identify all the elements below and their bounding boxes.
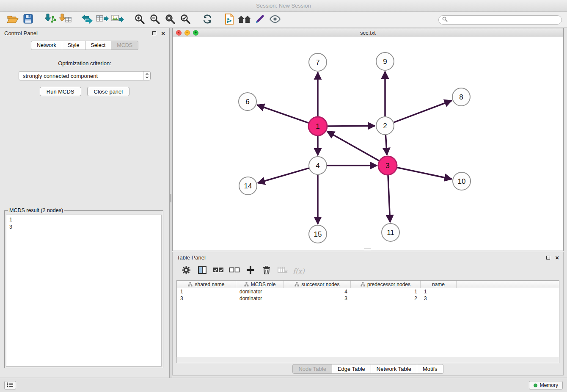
minimize-window-icon[interactable]: − [184,30,190,36]
table-horizontal-scrollbar[interactable] [176,357,559,363]
close-panel-button[interactable]: Close panel [87,87,130,96]
tab-style[interactable]: Style [62,41,85,50]
graph-edge-1-2[interactable] [328,126,375,126]
import-network-button[interactable] [42,13,58,27]
zoom-out-button[interactable] [147,13,162,27]
task-history-button[interactable] [4,381,16,389]
network-graph[interactable]: 1234678910111415 [173,37,563,251]
open-session-button[interactable] [5,13,20,27]
cell-name[interactable]: 3 [421,295,457,302]
import-table-button[interactable] [58,13,73,27]
tab-mcds[interactable]: MCDS [111,41,138,50]
close-table-panel-icon[interactable]: × [555,254,559,261]
float-table-panel-icon[interactable] [546,256,550,259]
column-header-name[interactable]: name [421,281,457,288]
add-column-button[interactable] [244,265,257,277]
maximize-window-icon[interactable]: + [193,30,198,36]
graph-edge-1-6[interactable] [257,105,309,123]
close-window-icon[interactable]: × [176,30,182,36]
tab-node-table[interactable]: Node Table [292,364,332,374]
graph-edge-3-1[interactable] [327,131,379,160]
cell-successor-nodes[interactable]: 4 [284,288,351,295]
column-label: predecessor nodes [367,282,410,287]
graph-node-15[interactable]: 15 [309,225,327,243]
graph-node-3[interactable]: 3 [378,156,397,175]
style-brush-button[interactable] [252,13,267,27]
export-network-button[interactable] [80,13,95,27]
table-panel: Table Panel × f(x) shared name MCDS role… [172,252,564,375]
graph-edge-4-14[interactable] [258,168,309,183]
cell-mcds-role[interactable]: dominator [236,288,284,295]
zoom-fit-button[interactable] [162,13,178,27]
graph-node-6[interactable]: 6 [239,93,256,110]
delete-column-button[interactable] [276,265,289,277]
run-mcds-button[interactable]: Run MCDS [40,87,81,96]
graph-node-2[interactable]: 2 [376,117,394,135]
graph-node-8[interactable]: 8 [452,88,470,106]
memory-button[interactable]: Memory [529,381,563,389]
cell-predecessor-nodes[interactable]: 1 [351,288,421,295]
splitter-handle[interactable] [170,194,171,202]
zoom-in-button[interactable] [132,13,147,27]
table-settings-button[interactable] [179,265,193,277]
graph-node-14[interactable]: 14 [239,177,257,195]
search-input[interactable] [450,17,558,23]
graph-node-11[interactable]: 11 [382,224,399,241]
node-table[interactable]: shared name MCDS role successor nodes pr… [176,280,559,357]
save-session-button[interactable] [20,13,36,27]
graph-edge-3-11[interactable] [388,175,390,222]
tab-motifs[interactable]: Motifs [417,364,443,374]
cell-mcds-role[interactable]: dominator [236,295,284,302]
show-hide-button[interactable] [267,13,283,27]
tab-select[interactable]: Select [85,41,112,50]
graph-node-10[interactable]: 10 [453,172,471,190]
column-header-successor-nodes[interactable]: successor nodes [284,281,351,288]
mcds-result-list[interactable]: 1 3 [6,215,162,367]
close-panel-icon[interactable]: × [161,30,165,36]
column-label: name [432,282,445,287]
show-columns-button[interactable] [195,265,209,277]
column-header-mcds-role[interactable]: MCDS role [236,281,284,288]
tab-network-table[interactable]: Network Table [371,364,417,374]
table-row[interactable]: 3 dominator 3 2 3 [177,295,559,302]
function-builder-button[interactable]: f(x) [292,265,306,277]
float-panel-icon[interactable] [152,31,156,35]
graph-node-7[interactable]: 7 [309,53,327,71]
first-neighbors-button[interactable] [237,13,252,27]
export-table-button[interactable] [95,13,110,27]
tab-network[interactable]: Network [31,41,62,50]
graph-node-label: 1 [316,122,319,130]
tab-edge-table[interactable]: Edge Table [332,364,371,374]
network-window-titlebar[interactable]: × − + scc.txt [173,28,563,37]
network-canvas[interactable]: 1234678910111415 [173,37,563,251]
window-titlebar[interactable]: Session: New Session [0,0,567,12]
graph-edge-3-10[interactable] [397,168,452,179]
search-icon [442,16,448,24]
refresh-button[interactable] [200,13,215,27]
graph-edge-2-3[interactable] [385,135,387,155]
cell-shared-name[interactable]: 3 [177,295,236,302]
graph-node-4[interactable]: 4 [309,157,327,174]
column-header-shared-name[interactable]: shared name [177,281,236,288]
cell-name[interactable]: 1 [421,288,457,295]
criterion-dropdown[interactable]: strongly connected component [19,71,151,80]
deselect-all-button[interactable] [228,265,241,277]
cell-shared-name[interactable]: 1 [177,288,236,295]
column-header-predecessor-nodes[interactable]: predecessor nodes [351,281,421,288]
network-document-button[interactable] [222,13,237,27]
delete-row-button[interactable] [260,265,273,277]
horizontal-splitter-handle[interactable] [364,248,371,250]
table-row[interactable]: 1 dominator 4 1 1 [177,288,559,295]
cell-successor-nodes[interactable]: 3 [284,295,351,302]
select-all-button[interactable] [212,265,225,277]
graph-node-1[interactable]: 1 [308,117,327,135]
graph-node-9[interactable]: 9 [376,52,394,70]
graph-edge-2-8[interactable] [394,101,452,123]
save-floppy-icon [23,14,33,25]
column-label: successor nodes [301,282,339,287]
zoom-selected-button[interactable] [178,13,193,27]
cell-predecessor-nodes[interactable]: 2 [351,295,421,302]
search-field[interactable] [438,15,562,25]
trash-icon [263,266,270,276]
export-image-button[interactable] [110,13,125,27]
